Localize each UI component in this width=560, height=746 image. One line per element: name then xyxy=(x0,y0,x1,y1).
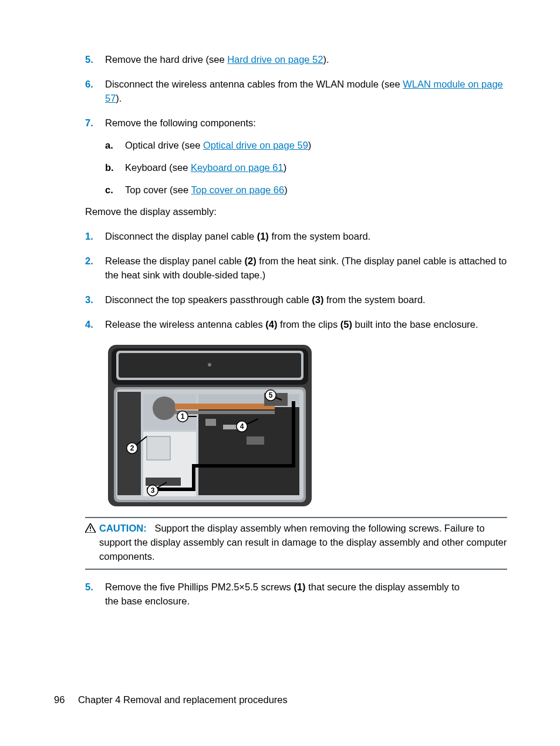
callout-4: 4 xyxy=(240,422,244,431)
callout-1: 1 xyxy=(181,412,185,421)
caution-label: CAUTION: xyxy=(99,523,147,533)
step-number: 7. xyxy=(85,116,105,130)
step-text: Disconnect the top speakers passthrough … xyxy=(105,294,312,305)
svg-rect-16 xyxy=(223,425,237,429)
optical-drive-link[interactable]: Optical drive on page 59 xyxy=(203,140,308,150)
substep-text: ) xyxy=(308,140,312,150)
substep-letter: c. xyxy=(105,183,125,197)
substep-b: b. Keyboard (see Keyboard on page 61) xyxy=(105,161,507,175)
substep-c: c. Top cover (see Top cover on page 66) xyxy=(105,183,507,197)
step-body: Disconnect the top speakers passthrough … xyxy=(105,293,507,307)
substep-body: Optical drive (see Optical drive on page… xyxy=(125,139,311,153)
svg-rect-15 xyxy=(205,419,216,426)
step-body: Disconnect the wireless antenna cables f… xyxy=(105,78,507,106)
callout-3: 3 xyxy=(151,486,155,495)
chapter-title: Chapter 4 Removal and replacement proced… xyxy=(78,694,288,705)
display-assembly-figure: 1 2 3 4 5 xyxy=(106,342,314,509)
substep-text: ) xyxy=(284,162,287,173)
step-text: from the system board. xyxy=(323,294,425,305)
step-4-mid: 4. Release the wireless antenna cables (… xyxy=(85,318,507,332)
svg-point-12 xyxy=(153,396,176,420)
step-body: Release the wireless antenna cables (4) … xyxy=(105,318,507,332)
section-intro: Remove the display assembly: xyxy=(85,205,507,219)
step-7-top: 7. Remove the following components: xyxy=(85,116,507,130)
step-text: Remove the five Phillips PM2.5×5.5 screw… xyxy=(105,582,294,592)
keyboard-link[interactable]: Keyboard on page 61 xyxy=(191,162,284,173)
top-cover-link[interactable]: Top cover on page 66 xyxy=(191,184,285,195)
caution-text: Support the display assembly when removi… xyxy=(99,523,507,562)
document-page: 5. Remove the hard drive (see Hard drive… xyxy=(0,0,560,746)
substep-text: Top cover (see xyxy=(125,184,191,195)
step-number: 4. xyxy=(85,318,105,332)
step-5-top: 5. Remove the hard drive (see Hard drive… xyxy=(85,53,507,67)
step-1-mid: 1. Disconnect the display panel cable (1… xyxy=(85,230,507,244)
step-text: ). xyxy=(323,54,329,65)
step-number: 2. xyxy=(85,254,105,283)
step-text: built into the base enclosure. xyxy=(352,319,478,330)
step-text: Disconnect the wireless antenna cables f… xyxy=(105,79,403,89)
step-2-mid: 2. Release the display panel cable (2) f… xyxy=(85,254,507,283)
substep-body: Keyboard (see Keyboard on page 61) xyxy=(125,161,286,175)
step-body: Remove the five Phillips PM2.5×5.5 screw… xyxy=(105,580,469,609)
substep-text: Optical drive (see xyxy=(125,140,203,150)
step-body: Remove the hard drive (see Hard drive on… xyxy=(105,53,507,67)
step-text: Remove the hard drive (see xyxy=(105,54,227,65)
substep-text: Keyboard (see xyxy=(125,162,191,173)
step-6-top: 6. Disconnect the wireless antenna cable… xyxy=(85,78,507,106)
caution-note: CAUTION: Support the display assembly wh… xyxy=(85,517,507,570)
step-text: from the system board. xyxy=(269,231,370,241)
step-text: ). xyxy=(116,93,122,103)
svg-rect-17 xyxy=(247,436,264,445)
step-text: Disconnect the display panel cable xyxy=(105,231,257,241)
callout-2: 2 xyxy=(130,444,134,452)
step-number: 6. xyxy=(85,78,105,106)
step-text: Release the wireless antenna cables xyxy=(105,319,265,330)
callout-ref: (5) xyxy=(340,319,352,330)
page-number: 96 xyxy=(54,693,65,707)
callout-ref: (1) xyxy=(294,582,305,592)
step-5-after: 5. Remove the five Phillips PM2.5×5.5 sc… xyxy=(85,580,507,609)
step-text: Remove the following components: xyxy=(105,117,256,128)
callout-ref: (4) xyxy=(265,319,277,330)
substep-body: Top cover (see Top cover on page 66) xyxy=(125,183,288,197)
svg-rect-13 xyxy=(175,404,275,409)
substep-a: a. Optical drive (see Optical drive on p… xyxy=(105,139,507,153)
step-number: 5. xyxy=(85,580,105,609)
step-number: 5. xyxy=(85,53,105,67)
step-text: Release the display panel cable xyxy=(105,256,245,266)
substep-letter: a. xyxy=(105,139,125,153)
warning-icon xyxy=(85,522,99,564)
step-body: Disconnect the display panel cable (1) f… xyxy=(105,230,507,244)
step-3-mid: 3. Disconnect the top speakers passthrou… xyxy=(85,293,507,307)
svg-rect-36 xyxy=(90,526,91,529)
caution-body: CAUTION: Support the display assembly wh… xyxy=(99,522,507,564)
svg-rect-18 xyxy=(147,436,170,460)
callout-ref: (1) xyxy=(257,231,269,241)
step-number: 3. xyxy=(85,293,105,307)
step-body: Remove the following components: xyxy=(105,116,507,130)
svg-rect-14 xyxy=(175,411,275,414)
step-body: Release the display panel cable (2) from… xyxy=(105,254,507,283)
step-text: from the clips xyxy=(278,319,340,330)
substep-text: ) xyxy=(284,184,288,195)
hard-drive-link[interactable]: Hard drive on page 52 xyxy=(227,54,323,65)
substep-letter: b. xyxy=(105,161,125,175)
step-number: 1. xyxy=(85,230,105,244)
page-footer: 96 Chapter 4 Removal and replacement pro… xyxy=(54,693,507,707)
callout-ref: (2) xyxy=(245,256,257,266)
svg-point-4 xyxy=(208,363,211,367)
svg-rect-37 xyxy=(90,530,91,531)
callout-5: 5 xyxy=(269,391,273,399)
callout-ref: (3) xyxy=(312,294,323,305)
